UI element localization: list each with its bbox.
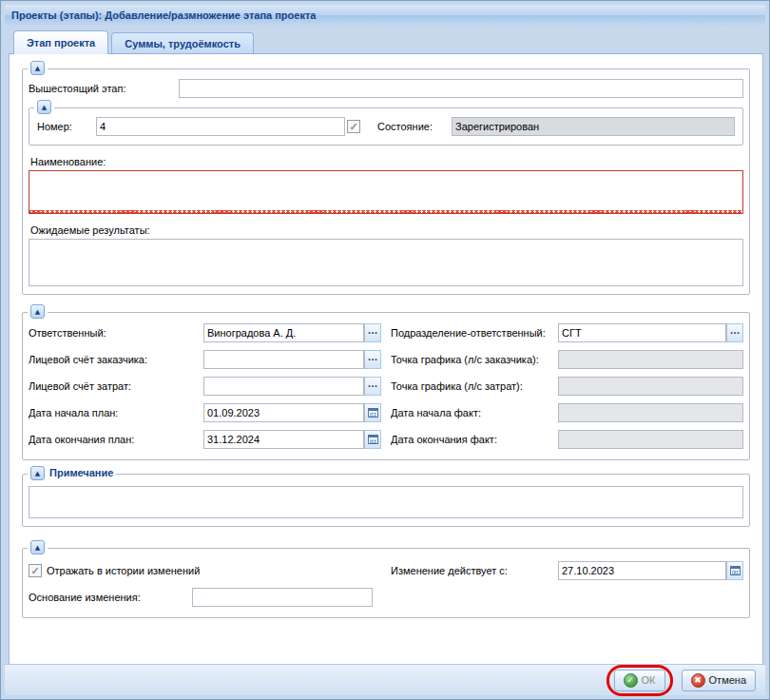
stage-fieldset-collapse-button[interactable]: ▲ (30, 61, 45, 75)
invalid-underline (29, 210, 742, 213)
cost-account-lookup-button[interactable]: … (364, 377, 381, 396)
form-body: ▲ Вышестоящий этап: ▲ Номер: ✓ (9, 54, 763, 665)
tab-sums[interactable]: Суммы, трудоёмкость (111, 32, 254, 53)
collapse-arrow-icon: ▲ (35, 65, 40, 72)
number-state-collapse-button[interactable]: ▲ (37, 100, 51, 114)
window-titlebar: Проекты (этапы): Добавление/размножение … (5, 5, 765, 26)
end-fact-input (558, 430, 743, 449)
note-fieldset-tools: ▲ Примечание (28, 466, 116, 480)
name-textarea[interactable] (29, 170, 743, 214)
number-state-fieldset: ▲ Номер: ✓ Состояние: (29, 107, 743, 146)
ok-button-label: ОК (642, 674, 656, 686)
department-label: Подразделение-ответственный: (391, 327, 558, 339)
tab-sums-label: Суммы, трудоёмкость (125, 38, 241, 49)
customer-schedule-point-label: Точка графика (л/с заказчика): (391, 354, 558, 365)
tab-bar: Этап проекта Суммы, трудоёмкость (9, 29, 763, 54)
expected-results-label: Ожидаемые результаты: (30, 224, 743, 236)
history-checkbox-group: ✓ Отражать в истории изменений (29, 564, 391, 577)
history-checkbox: ✓ (29, 564, 42, 577)
start-fact-field (558, 403, 743, 422)
end-plan-datepicker-button[interactable] (364, 430, 381, 449)
customer-account-lookup-button[interactable]: … (364, 350, 381, 369)
change-reason-input[interactable] (192, 588, 373, 607)
customer-schedule-point-field (558, 350, 743, 369)
end-date-row: Дата окончания план: Дата окончания факт… (29, 426, 743, 453)
check-glyph: ✓ (626, 676, 634, 685)
collapse-arrow-icon: ▲ (35, 308, 40, 316)
ok-check-icon: ✓ (624, 673, 638, 688)
name-field-wrap (29, 170, 743, 214)
stage-fieldset: ▲ Вышестоящий этап: ▲ Номер: ✓ (22, 68, 750, 295)
cost-account-row: Лицевой счёт затрат: … Точка графика (л/… (29, 373, 743, 399)
change-date-input[interactable] (558, 561, 726, 580)
cross-glyph: ✖ (694, 676, 702, 685)
start-fact-input (558, 403, 743, 422)
cost-schedule-point-field (558, 377, 743, 396)
start-plan-datepicker-button[interactable] (364, 403, 381, 422)
number-input[interactable] (96, 117, 345, 136)
number-state-row: Номер: ✓ Состояние: (37, 117, 735, 136)
start-plan-field (203, 403, 381, 422)
customer-account-input[interactable] (203, 350, 364, 369)
start-plan-input[interactable] (203, 403, 364, 422)
collapse-arrow-icon: ▲ (42, 104, 47, 111)
check-icon: ✓ (30, 566, 39, 576)
cancel-button[interactable]: ✖ Отмена (682, 670, 756, 691)
parent-stage-input[interactable] (179, 79, 743, 98)
cost-schedule-point-label: Точка графика (л/с затрат): (391, 380, 558, 392)
history-fieldset-tools: ▲ (28, 540, 48, 554)
note-fieldset: ▲ Примечание (22, 474, 750, 527)
end-plan-label: Дата окончания план: (29, 434, 203, 445)
name-label: Наименование: (30, 156, 743, 167)
responsible-row: Ответственный: … Подразделение-ответстве… (29, 320, 743, 346)
click-target-annotation: ✓ ОК (606, 665, 673, 696)
history-checkbox-label: Отражать в истории изменений (47, 565, 200, 576)
details-fieldset-collapse-button[interactable]: ▲ (30, 304, 45, 319)
start-fact-label: Дата начала факт: (391, 407, 558, 418)
department-input[interactable] (558, 323, 726, 342)
end-fact-field (558, 430, 743, 449)
state-input (452, 117, 735, 136)
calendar-icon (368, 408, 378, 418)
end-fact-label: Дата окончания факт: (391, 434, 558, 445)
ellipsis-icon: … (368, 378, 378, 389)
customer-account-field: … (203, 350, 381, 369)
responsible-input[interactable] (203, 323, 364, 342)
responsible-lookup-button[interactable]: … (364, 323, 381, 342)
start-date-row: Дата начала план: Дата начала факт: (29, 399, 743, 426)
check-icon: ✓ (349, 122, 357, 132)
department-lookup-button[interactable]: … (726, 323, 743, 342)
parent-stage-row: Вышестоящий этап: (29, 79, 743, 98)
calendar-icon (368, 435, 378, 444)
change-date-field (558, 561, 743, 580)
details-fieldset: ▲ Ответственный: … Подразделение-ответст… (22, 312, 750, 460)
ellipsis-icon: … (730, 324, 741, 336)
history-fieldset: ▲ ✓ Отражать в истории изменений Изменен… (22, 548, 750, 618)
ok-button[interactable]: ✓ ОК (614, 670, 665, 691)
cancel-button-label: Отмена (709, 674, 746, 686)
note-textarea[interactable] (29, 486, 743, 518)
dialog-window: Проекты (этапы): Добавление/размножение … (0, 0, 770, 700)
note-fieldset-legend: Примечание (49, 466, 113, 480)
history-fieldset-collapse-button[interactable]: ▲ (30, 540, 45, 554)
end-plan-input[interactable] (203, 430, 364, 449)
state-label: Состояние: (377, 121, 452, 132)
collapse-arrow-icon: ▲ (35, 544, 40, 552)
department-field: … (558, 323, 743, 342)
change-date-datepicker-button[interactable] (726, 561, 743, 580)
parent-stage-label: Вышестоящий этап: (29, 83, 179, 94)
number-label: Номер: (37, 121, 96, 132)
tab-stage[interactable]: Этап проекта (13, 30, 108, 54)
footer-toolbar: ✓ ОК ✖ Отмена (5, 664, 765, 695)
cost-schedule-point-input (558, 377, 743, 396)
start-plan-label: Дата начала план: (29, 407, 203, 418)
customer-account-label: Лицевой счёт заказчика: (29, 354, 203, 365)
collapse-arrow-icon: ▲ (35, 470, 40, 477)
customer-schedule-point-input (558, 350, 743, 369)
cancel-x-icon: ✖ (691, 673, 705, 688)
end-plan-field (203, 430, 381, 449)
expected-results-textarea[interactable] (29, 239, 743, 286)
note-fieldset-collapse-button[interactable]: ▲ (30, 466, 45, 480)
cost-account-input[interactable] (203, 377, 364, 396)
cost-account-field: … (203, 377, 381, 396)
